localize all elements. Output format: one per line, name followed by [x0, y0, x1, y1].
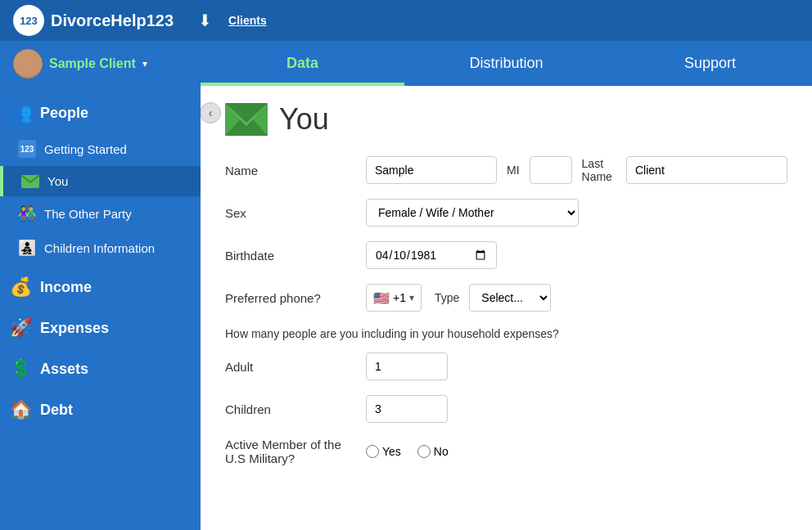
children-icon: 👨‍👧‍👦 — [18, 239, 36, 257]
sidebar-header-debt[interactable]: 🏠 Debt — [0, 391, 201, 429]
income-icon: 💰 — [10, 276, 32, 298]
sidebar-item-other-party[interactable]: 👫 The Other Party — [0, 196, 201, 231]
military-no-radio[interactable] — [417, 445, 431, 458]
adult-label: Adult — [225, 360, 356, 374]
client-dropdown-icon[interactable]: ▾ — [142, 58, 147, 70]
app-title: DivorceHelp123 — [51, 11, 174, 30]
123-icon: 123 — [18, 140, 36, 158]
phone-prefix-selector[interactable]: 🇺🇸 +1 ▾ — [366, 284, 422, 312]
sidebar-item-other-party-label: The Other Party — [44, 207, 132, 221]
sidebar-header-people[interactable]: 👥 People — [0, 94, 201, 132]
sidebar-header-assets[interactable]: 💲 Assets — [0, 350, 201, 388]
birthdate-label: Birthdate — [225, 249, 356, 263]
first-name-input[interactable] — [366, 156, 497, 184]
couple-icon: 👫 — [18, 204, 36, 222]
top-bar: 123 DivorceHelp123 ⬇ Clients — [0, 0, 812, 41]
avatar-face — [13, 49, 43, 79]
military-yes-text: Yes — [382, 445, 401, 458]
sidebar-section-debt: 🏠 Debt — [0, 391, 201, 429]
envelope-icon — [225, 103, 268, 136]
main-layout: 👥 People 123 Getting Started You 👫 The O… — [0, 86, 812, 530]
phone-prefix: +1 — [393, 291, 406, 304]
content-wrapper: You Name MI Last Name Sex Female / Wife … — [201, 86, 812, 496]
second-bar: Sample Client ▾ Data Distribution Suppor… — [0, 41, 812, 86]
sidebar-section-expenses: 🚀 Expenses — [0, 309, 201, 347]
assets-icon: 💲 — [10, 358, 32, 380]
sidebar-header-people-label: People — [40, 105, 88, 122]
sidebar-header-income[interactable]: 💰 Income — [0, 268, 201, 306]
household-question: How many people are you including in you… — [225, 326, 787, 341]
clients-link[interactable]: Clients — [228, 14, 267, 27]
sidebar-header-assets-label: Assets — [40, 361, 88, 378]
page-title: You — [279, 102, 329, 137]
logo-area: 123 DivorceHelp123 — [13, 5, 174, 36]
avatar — [13, 49, 43, 79]
mi-label: MI — [507, 164, 520, 177]
sidebar-header-debt-label: Debt — [40, 402, 73, 419]
military-radio-group: Yes No — [366, 445, 449, 458]
military-yes-label[interactable]: Yes — [366, 445, 401, 458]
sex-label: Sex — [225, 206, 356, 220]
tab-distribution[interactable]: Distribution — [404, 41, 608, 86]
sidebar-item-you-label: You — [47, 174, 68, 188]
download-icon[interactable]: ⬇ — [198, 11, 212, 30]
phone-type-select[interactable]: Select... Mobile Home Work — [469, 284, 551, 312]
sidebar-header-expenses[interactable]: 🚀 Expenses — [0, 309, 201, 347]
sidebar-item-getting-started-label: Getting Started — [44, 142, 127, 156]
phone-row: Preferred phone? 🇺🇸 +1 ▾ Type Select... … — [225, 284, 787, 312]
expenses-icon: 🚀 — [10, 317, 32, 339]
last-name-input[interactable] — [626, 156, 787, 184]
military-no-text: No — [434, 445, 449, 458]
sidebar-section-income: 💰 Income — [0, 268, 201, 306]
sidebar-item-children-label: Children Information — [44, 241, 155, 255]
sidebar-toggle-btn[interactable]: ‹ — [201, 102, 221, 124]
phone-prefix-dropdown-icon[interactable]: ▾ — [409, 292, 414, 303]
birthdate-row: Birthdate — [225, 241, 787, 269]
nav-tabs: Data Distribution Support — [201, 41, 812, 86]
military-no-label[interactable]: No — [417, 445, 449, 458]
sidebar: 👥 People 123 Getting Started You 👫 The O… — [0, 86, 201, 530]
name-label: Name — [225, 164, 356, 177]
sidebar-item-children[interactable]: 👨‍👧‍👦 Children Information — [0, 231, 201, 265]
debt-icon: 🏠 — [10, 399, 32, 420]
page-header: You — [225, 102, 787, 137]
name-row: Name MI Last Name — [225, 156, 787, 184]
type-label: Type — [435, 291, 459, 304]
envelope-small-icon — [21, 175, 39, 188]
sidebar-section-people: 👥 People 123 Getting Started You 👫 The O… — [0, 94, 201, 265]
birthdate-input[interactable] — [366, 241, 497, 269]
sex-row: Sex Female / Wife / Mother Male / Husban… — [225, 199, 787, 227]
sidebar-item-you[interactable]: You — [0, 166, 201, 196]
content-area: ‹ You Name MI Last Name — [201, 86, 812, 530]
military-yes-radio[interactable] — [366, 445, 379, 458]
tab-data[interactable]: Data — [201, 41, 404, 86]
military-row: Active Member of the U.S Military? Yes N… — [225, 438, 787, 465]
sidebar-section-assets: 💲 Assets — [0, 350, 201, 388]
adult-row: Adult — [225, 353, 787, 380]
lastname-label: Last Name — [582, 157, 616, 183]
preferred-phone-label: Preferred phone? — [225, 291, 356, 305]
mi-input[interactable] — [530, 156, 572, 184]
client-name[interactable]: Sample Client — [49, 56, 136, 71]
people-icon: 👥 — [10, 102, 32, 124]
military-label: Active Member of the U.S Military? — [225, 438, 356, 465]
user-section: Sample Client ▾ — [0, 49, 201, 79]
tab-support[interactable]: Support — [608, 41, 812, 86]
sidebar-item-getting-started[interactable]: 123 Getting Started — [0, 132, 201, 166]
logo-icon: 123 — [13, 5, 44, 36]
sidebar-header-income-label: Income — [40, 279, 92, 296]
flag-icon: 🇺🇸 — [373, 290, 390, 306]
children-row: Children — [225, 395, 787, 423]
sidebar-header-expenses-label: Expenses — [40, 320, 109, 337]
children-input[interactable] — [366, 395, 448, 423]
children-label: Children — [225, 402, 356, 416]
adult-input[interactable] — [366, 353, 448, 380]
sex-select[interactable]: Female / Wife / Mother Male / Husband / … — [366, 199, 579, 227]
household-question-text: How many people are you including in you… — [225, 327, 559, 340]
